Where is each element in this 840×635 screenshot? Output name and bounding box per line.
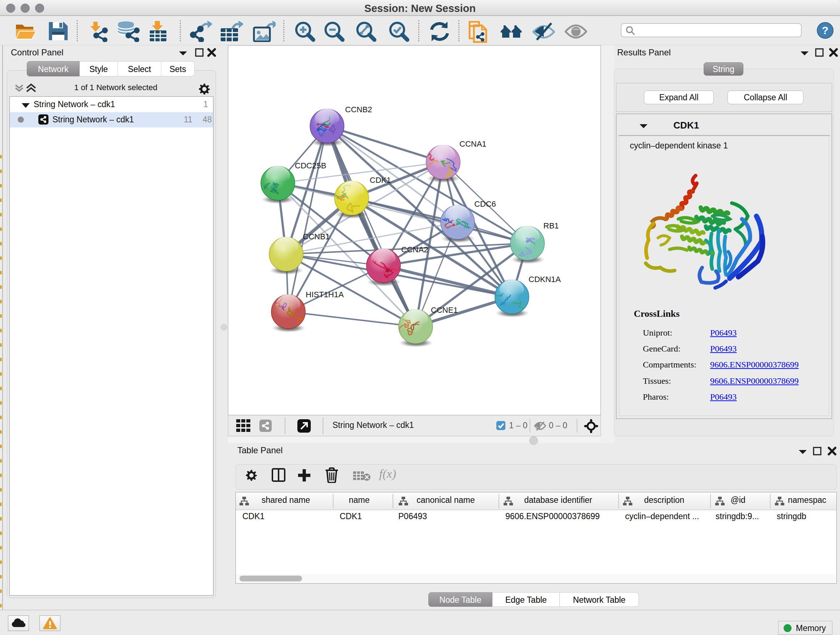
svg-text:CCNB1: CCNB1 — [303, 232, 330, 241]
svg-text:CDKN1A: CDKN1A — [529, 275, 561, 284]
svg-text:CCNB2: CCNB2 — [345, 105, 372, 114]
svg-text:CDC25B: CDC25B — [295, 161, 326, 170]
svg-text:RB1: RB1 — [543, 221, 559, 230]
svg-text:CCNA1: CCNA1 — [459, 139, 486, 149]
svg-text:?: ? — [822, 24, 829, 36]
svg-text:CCNA2: CCNA2 — [401, 245, 428, 254]
svg-text:CCNE1: CCNE1 — [431, 306, 458, 315]
svg-text:HIST1H1A: HIST1H1A — [306, 290, 344, 299]
svg-text:CDK1: CDK1 — [370, 176, 391, 185]
svg-text:CDC6: CDC6 — [474, 200, 496, 209]
